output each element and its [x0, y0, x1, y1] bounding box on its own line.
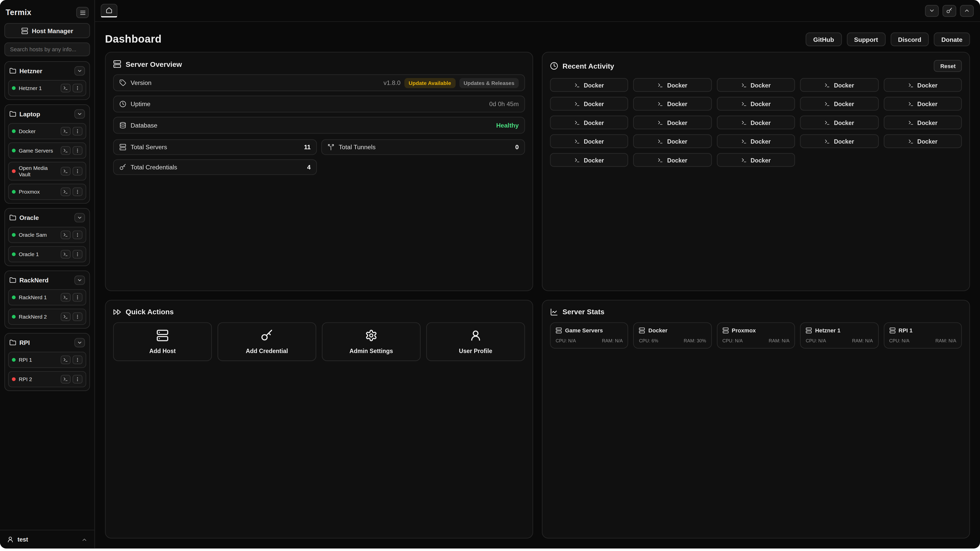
open-terminal-button[interactable] — [61, 356, 71, 364]
activity-docker-button[interactable]: Docker — [633, 153, 712, 167]
host-group-name: RPI — [19, 340, 71, 346]
host-menu-button[interactable] — [73, 167, 83, 176]
activity-docker-button[interactable]: Docker — [633, 116, 712, 129]
reset-button[interactable]: Reset — [934, 60, 962, 72]
header-link-button[interactable]: Discord — [891, 32, 929, 46]
host-group-header[interactable]: RackNerd — [8, 275, 86, 286]
activity-docker-button[interactable]: Docker — [717, 135, 795, 148]
server-stat-tile[interactable]: Proxmox CPU: N/A RAM: N/A — [717, 322, 795, 348]
host-item[interactable]: RPI 1 — [8, 352, 86, 368]
search-input[interactable] — [4, 43, 90, 56]
app-window: Termix Host Manager Hetzner — [0, 0, 980, 548]
host-item[interactable]: Hetzner 1 — [8, 80, 86, 96]
host-menu-button[interactable] — [73, 146, 83, 155]
open-terminal-button[interactable] — [61, 167, 71, 176]
host-menu-button[interactable] — [73, 188, 83, 197]
host-item[interactable]: RPI 2 — [8, 372, 86, 388]
kebab-icon — [75, 233, 80, 238]
group-collapse-button[interactable] — [74, 66, 85, 76]
open-terminal-button[interactable] — [61, 313, 71, 321]
server-stat-tile[interactable]: RPI 1 CPU: N/A RAM: N/A — [883, 322, 962, 348]
activity-docker-button[interactable]: Docker — [550, 78, 628, 92]
host-item[interactable]: RackNerd 2 — [8, 309, 86, 325]
open-terminal-button[interactable] — [61, 146, 71, 155]
panel-collapse-button[interactable] — [960, 5, 974, 17]
open-terminal-button[interactable] — [61, 250, 71, 259]
activity-docker-button[interactable]: Docker — [633, 97, 712, 111]
activity-docker-button[interactable]: Docker — [633, 135, 712, 148]
activity-docker-button[interactable]: Docker — [550, 135, 628, 148]
host-menu-button[interactable] — [73, 231, 83, 240]
open-terminal-button[interactable] — [61, 231, 71, 240]
server-stat-tile[interactable]: Hetzner 1 CPU: N/A RAM: N/A — [800, 322, 878, 348]
host-group-header[interactable]: Laptop — [8, 108, 86, 120]
activity-docker-button[interactable]: Docker — [550, 97, 628, 111]
host-list: RPI 1 — [8, 352, 86, 388]
open-terminal-button[interactable] — [61, 127, 71, 135]
kebab-icon — [75, 358, 80, 363]
ssh-keys-button[interactable] — [942, 5, 956, 17]
header-link-button[interactable]: Donate — [934, 32, 970, 46]
host-menu-button[interactable] — [73, 84, 83, 92]
host-item[interactable]: Oracle 1 — [8, 246, 86, 263]
host-menu-button[interactable] — [73, 293, 83, 302]
host-item[interactable]: RackNerd 1 — [8, 289, 86, 306]
host-group-header[interactable]: Hetzner — [8, 65, 86, 77]
host-group-header[interactable]: RPI — [8, 337, 86, 349]
activity-docker-button[interactable]: Docker — [883, 135, 962, 148]
host-group: Hetzner Hetzner 1 — [4, 61, 90, 100]
host-manager-button[interactable]: Host Manager — [4, 23, 90, 38]
host-menu-button[interactable] — [73, 313, 83, 321]
open-terminal-button[interactable] — [61, 84, 71, 92]
activity-docker-button[interactable]: Docker — [800, 78, 878, 92]
host-menu-button[interactable] — [73, 375, 83, 384]
host-group-header[interactable]: Oracle — [8, 212, 86, 224]
group-collapse-button[interactable] — [74, 338, 85, 348]
activity-docker-button[interactable]: Docker — [800, 135, 878, 148]
activity-docker-button[interactable]: Docker — [717, 116, 795, 129]
tab-home[interactable] — [100, 4, 118, 17]
host-menu-button[interactable] — [73, 250, 83, 259]
add-host-button[interactable]: Add Host — [113, 322, 212, 361]
server-stat-tile[interactable]: Game Servers CPU: N/A RAM: N/A — [550, 322, 628, 348]
host-item[interactable]: Proxmox — [8, 184, 86, 200]
host-item[interactable]: Docker — [8, 123, 86, 139]
activity-docker-button[interactable]: Docker — [550, 153, 628, 167]
updates-releases-button[interactable]: Updates & Releases — [459, 78, 519, 88]
activity-docker-button[interactable]: Docker — [800, 116, 878, 129]
open-terminal-button[interactable] — [61, 293, 71, 302]
activity-label: Docker — [584, 156, 604, 163]
open-terminal-button[interactable] — [61, 375, 71, 384]
activity-docker-button[interactable]: Docker — [800, 97, 878, 111]
host-item[interactable]: Oracle Sam — [8, 227, 86, 243]
host-menu-button[interactable] — [73, 127, 83, 135]
activity-docker-button[interactable]: Docker — [717, 78, 795, 92]
host-item[interactable]: Open Media Vault — [8, 162, 86, 181]
header-link-button[interactable]: Support — [846, 32, 886, 46]
host-item[interactable]: Game Servers — [8, 142, 86, 159]
update-available-badge[interactable]: Update Available — [404, 78, 455, 88]
group-collapse-button[interactable] — [74, 110, 85, 119]
tabs-dropdown-button[interactable] — [925, 5, 939, 17]
open-terminal-button[interactable] — [61, 188, 71, 197]
sidebar-brand-row: Termix — [4, 4, 90, 21]
sidebar-menu-button[interactable] — [76, 7, 89, 18]
activity-docker-button[interactable]: Docker — [550, 116, 628, 129]
activity-docker-button[interactable]: Docker — [883, 116, 962, 129]
activity-docker-button[interactable]: Docker — [633, 78, 712, 92]
activity-docker-button[interactable]: Docker — [883, 97, 962, 111]
header-link-button[interactable]: GitHub — [806, 32, 842, 46]
user-menu[interactable]: test — [0, 530, 94, 548]
admin-settings-button[interactable]: Admin Settings — [322, 322, 421, 361]
activity-docker-button[interactable]: Docker — [717, 97, 795, 111]
host-menu-button[interactable] — [73, 356, 83, 364]
user-profile-button[interactable]: User Profile — [426, 322, 525, 361]
activity-docker-button[interactable]: Docker — [883, 78, 962, 92]
group-collapse-button[interactable] — [74, 276, 85, 285]
kebab-icon — [75, 377, 80, 382]
status-dot — [12, 129, 16, 133]
activity-docker-button[interactable]: Docker — [717, 153, 795, 167]
add-credential-button[interactable]: Add Credential — [218, 322, 316, 361]
group-collapse-button[interactable] — [74, 213, 85, 223]
server-stat-tile[interactable]: Docker CPU: 6% RAM: 30% — [633, 322, 712, 348]
